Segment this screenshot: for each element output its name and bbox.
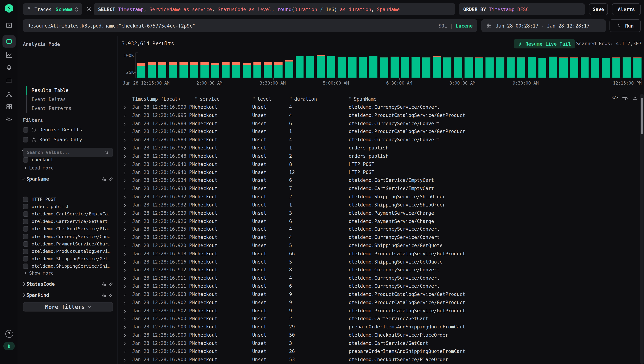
histogram-bar[interactable] xyxy=(169,62,177,78)
row-expand-chevron[interactable] xyxy=(123,129,129,134)
table-row[interactable]: Jan 28 12:28:16.900 PMcheckoutUnset3otel… xyxy=(123,339,639,347)
row-expand-chevron[interactable] xyxy=(123,161,129,167)
run-button[interactable]: Run xyxy=(609,19,640,32)
table-row[interactable]: Jan 28 12:28:16.940 PMcheckoutUnset8HTTP… xyxy=(123,160,639,168)
checkbox[interactable] xyxy=(23,137,29,142)
row-expand-chevron[interactable] xyxy=(123,292,129,297)
row-expand-chevron[interactable] xyxy=(123,300,129,305)
row-expand-chevron[interactable] xyxy=(123,308,129,314)
row-expand-chevron[interactable] xyxy=(123,340,129,346)
table-row[interactable]: Jan 28 12:28:16.900 PMcheckoutUnset26pre… xyxy=(123,347,639,356)
histogram-bar[interactable] xyxy=(633,58,641,78)
rail-item-dashboards[interactable] xyxy=(5,102,14,112)
scrollbar-thumb[interactable] xyxy=(641,98,643,134)
table-row[interactable]: Jan 28 12:28:16.900 PMcheckoutUnset29pre… xyxy=(123,323,639,331)
scrollbar[interactable] xyxy=(640,94,643,364)
row-expand-chevron[interactable] xyxy=(123,259,129,264)
table-row[interactable]: Jan 28 12:28:16.911 PMcheckoutUnset6otel… xyxy=(123,282,639,290)
histogram-bar[interactable] xyxy=(158,62,166,78)
sql-toggle-label[interactable]: SQL xyxy=(438,23,447,28)
row-expand-chevron[interactable] xyxy=(123,324,129,330)
column-service[interactable]: ⠿service xyxy=(195,96,252,102)
histogram-bar[interactable] xyxy=(306,56,314,78)
row-expand-chevron[interactable] xyxy=(123,194,129,200)
facet-chart-icon[interactable] xyxy=(101,292,107,298)
histogram-bar[interactable] xyxy=(338,57,346,78)
show-more-link[interactable]: Show more xyxy=(24,270,54,276)
histogram-bar[interactable] xyxy=(507,58,515,78)
table-row[interactable]: Jan 28 12:28:16.912 PMcheckoutUnset8otel… xyxy=(123,266,639,274)
column-duration[interactable]: ⠿duration xyxy=(289,96,349,102)
histogram-bar[interactable] xyxy=(274,62,282,78)
row-expand-chevron[interactable] xyxy=(123,348,129,354)
checkbox[interactable] xyxy=(23,241,29,246)
denoise-results-filter[interactable]: Denoise Results xyxy=(23,127,82,132)
histogram-bar[interactable] xyxy=(359,57,367,78)
row-expand-chevron[interactable] xyxy=(123,283,129,289)
table-row[interactable]: Jan 28 12:28:16.952 PMcheckoutUnset1orde… xyxy=(123,144,639,152)
table-row[interactable]: Jan 28 12:28:16.983 PMcheckoutUnset4otel… xyxy=(123,136,639,144)
histogram-bar[interactable] xyxy=(380,57,388,78)
row-expand-chevron[interactable] xyxy=(123,186,129,191)
facet-value[interactable]: oteldemo.CartService/GetCart xyxy=(18,218,118,225)
row-expand-chevron[interactable] xyxy=(123,169,129,175)
column-timestamp[interactable]: Timestamp (Local) xyxy=(132,96,195,102)
row-expand-chevron[interactable] xyxy=(123,275,129,281)
facet-value[interactable]: orders publish xyxy=(18,203,118,210)
histogram-bar[interactable] xyxy=(496,58,504,78)
histogram-bar[interactable] xyxy=(179,62,188,78)
search-input[interactable] xyxy=(28,23,364,28)
row-expand-chevron[interactable] xyxy=(123,112,129,118)
histogram-bar[interactable] xyxy=(327,56,335,78)
facet-search-box[interactable] xyxy=(23,148,113,157)
drag-handle-icon[interactable]: ⠿ xyxy=(252,97,255,101)
column-level[interactable]: ⠿level xyxy=(252,96,289,102)
histogram-bar[interactable] xyxy=(475,58,483,78)
row-expand-chevron[interactable] xyxy=(123,356,129,362)
facet-value[interactable]: HTTP POST xyxy=(18,196,118,203)
user-avatar[interactable]: D xyxy=(3,342,15,350)
histogram-bar[interactable] xyxy=(612,58,620,78)
facet-chart-icon[interactable] xyxy=(101,176,107,182)
histogram-bar[interactable] xyxy=(591,58,599,78)
row-expand-chevron[interactable] xyxy=(123,316,129,322)
histogram-bar[interactable] xyxy=(317,56,325,78)
row-expand-chevron[interactable] xyxy=(123,145,129,151)
rail-item-client-sessions[interactable] xyxy=(5,76,14,86)
table-row[interactable]: Jan 28 12:28:16.920 PMcheckoutUnset5otel… xyxy=(123,241,639,250)
app-logo[interactable] xyxy=(5,4,14,13)
table-row[interactable]: Jan 28 12:28:16.987 PMcheckoutUnset1otel… xyxy=(123,128,639,136)
table-row[interactable]: Jan 28 12:28:16.995 PMcheckoutUnset4otel… xyxy=(123,111,639,120)
histogram-bar[interactable] xyxy=(148,62,156,78)
facet-value[interactable]: oteldemo.CartService/EmptyCa… xyxy=(18,210,118,218)
table-row[interactable]: Jan 28 12:28:16.900 PMcheckoutUnset53ote… xyxy=(123,356,639,364)
histogram-bar[interactable] xyxy=(232,62,240,78)
facet-value[interactable]: oteldemo.ShippingService/Shi… xyxy=(18,263,118,270)
histogram-bar[interactable] xyxy=(454,58,462,78)
results-histogram[interactable]: 100K 25K xyxy=(136,52,642,78)
histogram-bar[interactable] xyxy=(264,62,272,78)
facet-chart-icon[interactable] xyxy=(101,282,107,287)
lucene-toggle-label[interactable]: Lucene xyxy=(456,23,473,28)
row-expand-chevron[interactable] xyxy=(123,202,129,208)
pin-icon[interactable] xyxy=(108,292,113,298)
histogram-bar[interactable] xyxy=(253,62,261,78)
resume-live-tail-button[interactable]: Resume Live Tail xyxy=(514,39,575,48)
histogram-bar[interactable] xyxy=(201,62,209,78)
collapse-sidebar-button[interactable] xyxy=(5,21,14,30)
query-settings-button[interactable] xyxy=(86,6,92,12)
row-expand-chevron[interactable] xyxy=(123,178,129,183)
text-wrap-icon[interactable] xyxy=(622,94,628,100)
row-expand-chevron[interactable] xyxy=(123,267,129,273)
histogram-bar[interactable] xyxy=(222,62,230,78)
pin-icon[interactable] xyxy=(108,282,113,287)
facet-value[interactable]: oteldemo.ProductCatalogServi… xyxy=(18,248,118,255)
checkbox[interactable] xyxy=(23,211,29,217)
query-language-toggle[interactable]: SQL | Lucene xyxy=(438,23,473,28)
checkbox[interactable] xyxy=(23,256,29,262)
checkbox[interactable] xyxy=(23,264,29,269)
table-row[interactable]: Jan 28 12:28:16.932 PMcheckoutUnset2otel… xyxy=(123,192,639,201)
table-row[interactable]: Jan 28 12:28:16.940 PMcheckoutUnset12HTT… xyxy=(123,168,639,176)
histogram-bar[interactable] xyxy=(137,63,145,78)
histogram-bar[interactable] xyxy=(517,58,525,78)
